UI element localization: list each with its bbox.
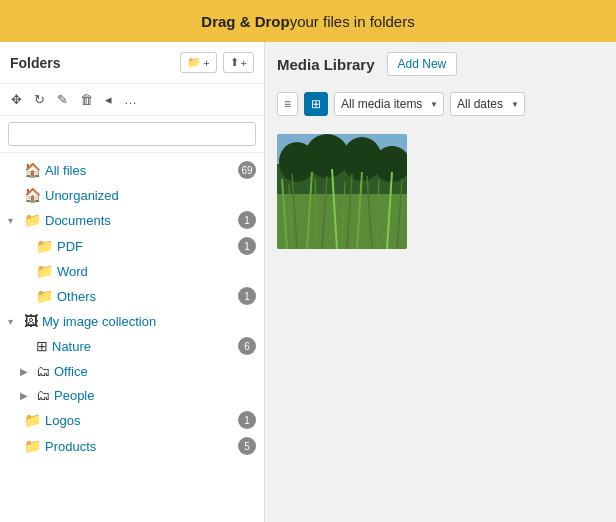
folder-tree: 🏠 All files 69 🏠 Unorganized ▾ 📁 Documen… (0, 153, 264, 522)
badge: 69 (238, 161, 256, 179)
media-toolbar: ≡ ⊞ All media items All dates (265, 86, 616, 122)
edit-icon[interactable]: ✎ (54, 90, 71, 109)
chevron-right-icon: ▶ (20, 366, 32, 377)
sidebar-item-label: People (54, 388, 256, 403)
chevron-down-icon: ▾ (8, 215, 20, 226)
sidebar-item-office[interactable]: ▶ 🗂 Office (0, 359, 264, 383)
badge: 1 (238, 237, 256, 255)
left-panel: Folders 📁 + ⬆ + ✥ ↻ ✎ 🗑 ◂ … (0, 42, 265, 522)
banner-rest: your files in folders (290, 13, 415, 30)
search-container (0, 116, 264, 153)
folder-special-icon: 🗂 (36, 363, 50, 379)
media-header: Media Library Add New (265, 42, 616, 86)
sidebar-item-label: Documents (45, 213, 234, 228)
refresh-icon[interactable]: ↻ (31, 90, 48, 109)
badge: 5 (238, 437, 256, 455)
new-folder-button[interactable]: 📁 + (180, 52, 216, 73)
sidebar-item-label: Logos (45, 413, 234, 428)
grid-view-button[interactable]: ⊞ (304, 92, 328, 116)
gallery-icon: 🖼 (24, 313, 38, 329)
media-item[interactable] (277, 134, 407, 249)
home-icon: 🏠 (24, 187, 41, 203)
folder-icon: 📁 (36, 238, 53, 254)
chevron-down-icon: ▾ (8, 316, 20, 327)
sidebar-item-documents[interactable]: ▾ 📁 Documents 1 (0, 207, 264, 233)
sidebar-item-pdf[interactable]: 📁 PDF 1 (0, 233, 264, 259)
delete-icon[interactable]: 🗑 (77, 90, 96, 109)
badge: 1 (238, 287, 256, 305)
sidebar-item-label: Office (54, 364, 256, 379)
folder-icon: 📁 (24, 438, 41, 454)
sidebar-item-unorganized[interactable]: 🏠 Unorganized (0, 183, 264, 207)
sidebar-item-label: Products (45, 439, 234, 454)
sidebar-item-word[interactable]: 📁 Word (0, 259, 264, 283)
list-view-button[interactable]: ≡ (277, 92, 298, 116)
top-banner: Drag & Drop your files in folders (0, 0, 616, 42)
media-grid (277, 134, 604, 249)
folder-icon: 📁 (24, 212, 41, 228)
grid-icon: ⊞ (36, 338, 48, 354)
filter-type-select[interactable]: All media items (334, 92, 444, 116)
folder-plus-icon: 📁 (187, 56, 201, 69)
folder-special-icon: 🗂 (36, 387, 50, 403)
folder-icon: 📁 (24, 412, 41, 428)
media-content (265, 122, 616, 522)
upload-folder-button[interactable]: ⬆ + (223, 52, 254, 73)
filter-date-select[interactable]: All dates (450, 92, 525, 116)
banner-bold: Drag & Drop (201, 13, 289, 30)
home-icon: 🏠 (24, 162, 41, 178)
filter-date-wrapper: All dates (450, 92, 525, 116)
add-new-button[interactable]: Add New (387, 52, 458, 76)
sidebar-item-my-image-collection[interactable]: ▾ 🖼 My image collection (0, 309, 264, 333)
chevron-right-icon: ▶ (20, 390, 32, 401)
move-icon[interactable]: ✥ (8, 90, 25, 109)
right-panel: Media Library Add New ≡ ⊞ All media item… (265, 42, 616, 522)
sidebar-item-nature[interactable]: ⊞ Nature 6 (0, 333, 264, 359)
sidebar-item-people[interactable]: ▶ 🗂 People (0, 383, 264, 407)
folders-title: Folders (10, 55, 174, 71)
sidebar-item-label: My image collection (42, 314, 256, 329)
sidebar-item-logos[interactable]: 📁 Logos 1 (0, 407, 264, 433)
sidebar-item-label: PDF (57, 239, 234, 254)
folder-toolbar: ✥ ↻ ✎ 🗑 ◂ … (0, 84, 264, 116)
more2-icon[interactable]: … (121, 90, 140, 109)
upload-icon: ⬆ (230, 56, 239, 69)
folder-icon: 📁 (36, 263, 53, 279)
sidebar-item-others[interactable]: 📁 Others 1 (0, 283, 264, 309)
folders-header: Folders 📁 + ⬆ + (0, 42, 264, 84)
sidebar-item-label: Nature (52, 339, 234, 354)
badge: 1 (238, 411, 256, 429)
sidebar-item-label: Others (57, 289, 234, 304)
sidebar-item-products[interactable]: 📁 Products 5 (0, 433, 264, 459)
badge: 6 (238, 337, 256, 355)
folder-icon: 📁 (36, 288, 53, 304)
media-library-title: Media Library (277, 56, 375, 73)
sidebar-item-label: Word (57, 264, 256, 279)
more1-icon[interactable]: ◂ (102, 90, 115, 109)
badge: 1 (238, 211, 256, 229)
sidebar-item-label: Unorganized (45, 188, 256, 203)
filter-type-wrapper: All media items (334, 92, 444, 116)
search-input[interactable] (8, 122, 256, 146)
sidebar-item-label: All files (45, 163, 234, 178)
sidebar-item-all-files[interactable]: 🏠 All files 69 (0, 157, 264, 183)
